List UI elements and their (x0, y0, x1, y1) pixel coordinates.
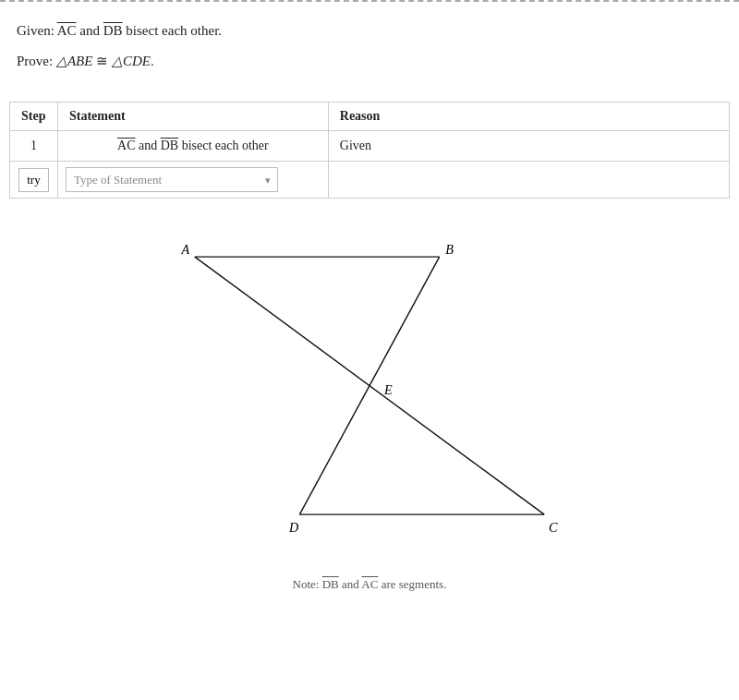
label-b: B (445, 242, 454, 257)
given-ac: AC (57, 23, 77, 38)
prove-line: Prove: △ABE ≅ △CDE. (17, 49, 722, 74)
label-a: A (181, 242, 190, 257)
given-db: DB (103, 23, 123, 38)
header-step: Step (10, 103, 58, 131)
given-prefix: Given: (17, 23, 57, 38)
label-d: D (288, 520, 299, 535)
note-mid: and (339, 577, 362, 591)
input-row[interactable]: try Type of Statement (10, 162, 730, 199)
congruent: ≅ (92, 54, 112, 68)
statement-input-cell[interactable]: Type of Statement (57, 162, 328, 199)
note-db: DB (322, 577, 339, 591)
given-section: Given: AC and DB bisect each other. Prov… (0, 2, 739, 87)
try-button-cell[interactable]: try (10, 162, 58, 199)
note-prefix: Note: (293, 577, 322, 591)
note-suffix: are segments. (378, 577, 446, 591)
proof-table: Step Statement Reason 1 AC and DB bisect… (9, 102, 730, 199)
note-section: Note: DB and AC are segments. (0, 568, 739, 610)
label-c: C (549, 520, 558, 535)
triangle2: △CDE (112, 54, 151, 68)
header-statement: Statement (57, 103, 328, 131)
reason-cell: Given (328, 131, 729, 162)
given-and: and (77, 23, 103, 38)
statement-suffix: bisect each other (178, 139, 269, 152)
step-number: 1 (10, 131, 58, 162)
header-reason: Reason (328, 103, 729, 131)
triangle1: △ABE (56, 54, 93, 68)
note-ac: AC (361, 577, 378, 591)
prove-prefix: Prove: (17, 54, 56, 68)
given-suffix: bisect each other. (123, 23, 222, 38)
table-row: 1 AC and DB bisect each other Given (10, 131, 730, 162)
statement-and: and (135, 139, 160, 152)
period: . (151, 54, 154, 68)
type-of-statement-dropdown[interactable]: Type of Statement (66, 167, 278, 192)
reason-input-cell (328, 162, 729, 199)
given-line: Given: AC and DB bisect each other. (17, 18, 722, 43)
line-db (299, 257, 439, 514)
statement-cell: AC and DB bisect each other (57, 131, 328, 162)
label-e: E (383, 382, 393, 397)
try-button[interactable]: try (18, 168, 48, 192)
statement-ac: AC (117, 139, 135, 152)
geometry-diagram: A B E D C (162, 226, 577, 549)
statement-db: DB (161, 139, 178, 152)
table-header-row: Step Statement Reason (10, 103, 730, 131)
dropdown-wrapper[interactable]: Type of Statement (66, 167, 278, 192)
diagram-container: A B E D C (0, 199, 739, 568)
